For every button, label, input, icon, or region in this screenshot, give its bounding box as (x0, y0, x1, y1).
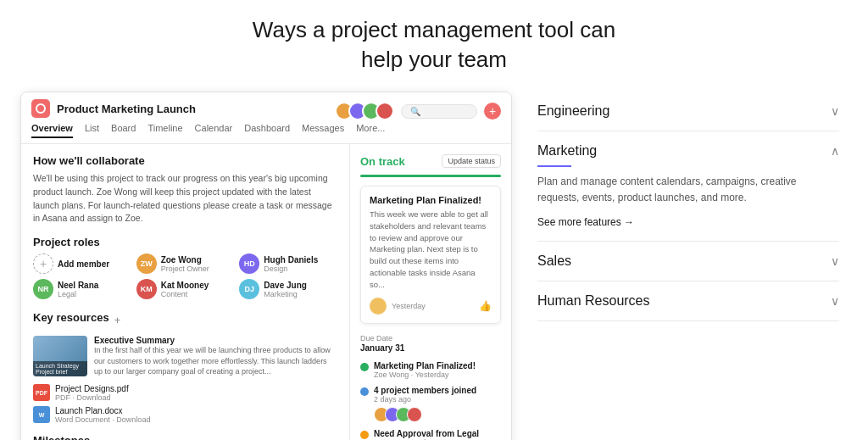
status-indicator-bar (360, 175, 501, 177)
chevron-down-icon: ∨ (831, 254, 839, 268)
chevron-down-icon: ∨ (831, 294, 839, 308)
main-layout: Product Marketing Launch 🔍 + Overview Li… (0, 92, 868, 440)
message-card: Marketing Plan Finalized! This week we w… (360, 186, 501, 323)
due-date-label: Due Date (360, 334, 501, 343)
avatar (407, 407, 422, 422)
role-dave: DJ Dave Jung Marketing (239, 279, 337, 299)
accordion-hr: Human Resources ∨ (537, 281, 839, 321)
add-resource-icon[interactable]: + (114, 314, 121, 326)
collaborate-title: How we'll collaborate (33, 154, 337, 167)
collaborate-desc: We'll be using this project to track our… (33, 172, 337, 226)
milestones-header: Milestones + (33, 434, 337, 440)
app-right-col: On track Update status Marketing Plan Fi… (350, 144, 511, 440)
like-icon[interactable]: 👍 (479, 300, 492, 312)
accordion-marketing: Marketing ∧ Plan and manage content cale… (537, 131, 839, 242)
activity-item: Need Approval from Legal Zoe Wong · 2 da… (360, 429, 501, 440)
resources-header: Key resources + (33, 311, 337, 329)
role-zoe: ZW Zoe Wong Project Owner (136, 253, 235, 274)
accordion-header-marketing[interactable]: Marketing ∧ (537, 143, 839, 159)
page-title: Ways a project management tool can help … (0, 15, 868, 75)
activity-feed: Marketing Plan Finalized! Zoe Wong · Yes… (360, 361, 501, 440)
activity-dot (360, 387, 369, 396)
status-bar: On track Update status (360, 154, 501, 168)
avatar (376, 102, 394, 120)
role-avatar: ZW (136, 253, 157, 274)
nav-list[interactable]: List (85, 123, 99, 138)
accordion-engineering: Engineering ∨ (537, 92, 839, 131)
accordion-divider (537, 165, 571, 167)
resource-thumbnail: Launch Strategy Project brief (33, 336, 87, 376)
add-member-item[interactable]: + Add member (33, 253, 131, 274)
status-label: On track (360, 155, 405, 168)
app-mockup: Product Marketing Launch 🔍 + Overview Li… (20, 92, 512, 440)
file-item-pdf: PDF Project Designs.pdf PDF · Download (33, 384, 337, 402)
role-avatar: NR (33, 279, 53, 299)
accordion-desc: Plan and manage content calendars, campa… (537, 174, 839, 205)
activity-dot (360, 431, 369, 439)
chevron-up-icon: ∧ (831, 144, 839, 158)
message-body: This week we were able to get all stakeh… (370, 209, 492, 290)
update-status-button[interactable]: Update status (442, 154, 501, 168)
activity-dot (360, 363, 369, 371)
app-left-col: How we'll collaborate We'll be using thi… (21, 144, 350, 440)
chevron-down-icon: ∨ (831, 104, 839, 118)
app-nav: Overview List Board Timeline Calendar Da… (31, 123, 501, 143)
nav-calendar[interactable]: Calendar (195, 123, 233, 138)
activity-item: Marketing Plan Finalized! Zoe Wong · Yes… (360, 361, 501, 379)
nav-more[interactable]: More... (356, 123, 385, 138)
doc-icon: W (33, 406, 50, 423)
message-avatar (370, 298, 387, 315)
app-topbar: Product Marketing Launch 🔍 + Overview Li… (21, 92, 511, 144)
nav-dashboard[interactable]: Dashboard (244, 123, 290, 138)
accordion-header-sales[interactable]: Sales ∨ (537, 253, 839, 269)
add-milestone-icon[interactable]: + (95, 437, 102, 440)
role-avatar: DJ (239, 279, 259, 299)
roles-grid: + Add member ZW Zoe Wong Project Owner (33, 253, 337, 299)
app-content: How we'll collaborate We'll be using thi… (21, 144, 511, 440)
accordion-header-hr[interactable]: Human Resources ∨ (537, 293, 839, 309)
right-panel: Engineering ∨ Marketing ∧ Plan and manag… (529, 92, 848, 321)
due-date-value: January 31 (360, 343, 501, 353)
add-member-icon[interactable]: + (33, 253, 53, 274)
project-title: Product Marketing Launch (57, 103, 196, 115)
message-title: Marketing Plan Finalized! (370, 195, 492, 205)
role-avatar: KM (136, 279, 157, 299)
activity-avatars (374, 407, 476, 422)
nav-board[interactable]: Board (111, 123, 136, 138)
topbar-right: 🔍 + (335, 102, 501, 120)
app-title-row: Product Marketing Launch (31, 99, 196, 118)
accordion-body-marketing: Plan and manage content calendars, campa… (537, 165, 839, 229)
role-neel: NR Neel Rana Legal (33, 279, 131, 299)
role-kat: KM Kat Mooney Content (136, 279, 235, 299)
roles-title: Project roles (33, 236, 337, 248)
resource-card: Launch Strategy Project brief Executive … (33, 336, 337, 377)
avatar-group (335, 102, 394, 120)
file-item-doc: W Launch Plan.docx Word Document · Downl… (33, 406, 337, 424)
accordion-header-engineering[interactable]: Engineering ∨ (537, 103, 839, 119)
role-hugh: HD Hugh Daniels Design (239, 253, 337, 274)
add-button[interactable]: + (484, 103, 501, 120)
page-header: Ways a project management tool can help … (0, 0, 868, 92)
accordion-sales: Sales ∨ (537, 242, 839, 281)
message-footer: Yesterday 👍 (370, 298, 492, 315)
nav-overview[interactable]: Overview (31, 123, 73, 138)
pdf-icon: PDF (33, 384, 50, 401)
file-list: PDF Project Designs.pdf PDF · Download W… (33, 384, 337, 424)
role-avatar: HD (239, 253, 259, 274)
search-box[interactable]: 🔍 (401, 104, 477, 119)
nav-timeline[interactable]: Timeline (147, 123, 182, 138)
see-more-link[interactable]: See more features → (537, 216, 634, 228)
activity-item: 4 project members joined 2 days ago (360, 386, 501, 422)
message-time: Yesterday (392, 302, 426, 310)
nav-messages[interactable]: Messages (302, 123, 344, 138)
app-logo (31, 99, 50, 118)
